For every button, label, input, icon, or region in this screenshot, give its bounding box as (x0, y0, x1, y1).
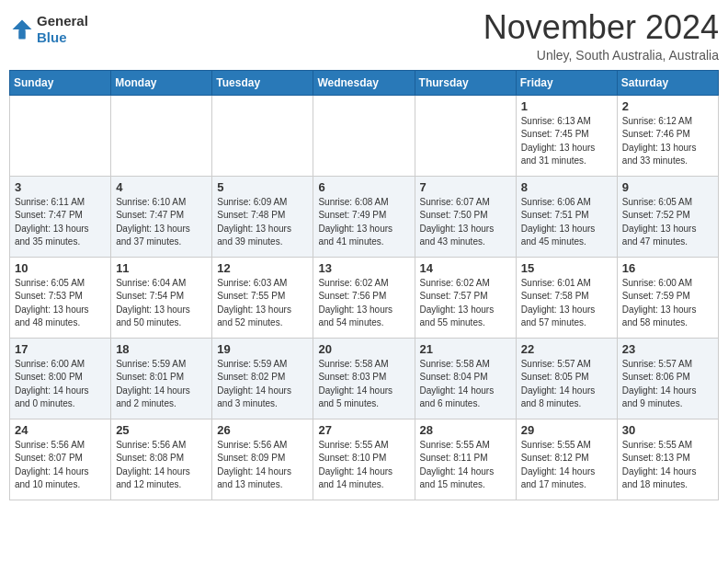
day-info: Sunrise: 5:56 AMSunset: 8:07 PMDaylight:… (15, 439, 106, 492)
day-info: Sunrise: 5:55 AMSunset: 8:10 PMDaylight:… (318, 439, 409, 492)
day-number: 9 (622, 180, 713, 194)
calendar-cell: 23Sunrise: 5:57 AMSunset: 8:06 PMDayligh… (617, 338, 718, 419)
weekday-header-saturday: Saturday (617, 70, 718, 95)
calendar-cell: 19Sunrise: 5:59 AMSunset: 8:02 PMDayligh… (212, 338, 313, 419)
weekday-header-friday: Friday (516, 70, 617, 95)
calendar-cell: 5Sunrise: 6:09 AMSunset: 7:48 PMDaylight… (212, 176, 313, 257)
month-title: November 2024 (483, 9, 719, 46)
day-number: 7 (420, 180, 511, 194)
calendar-cell: 9Sunrise: 6:05 AMSunset: 7:52 PMDaylight… (617, 176, 718, 257)
day-info: Sunrise: 6:01 AMSunset: 7:58 PMDaylight:… (521, 277, 612, 330)
page-header: General Blue November 2024 Unley, South … (9, 9, 719, 63)
calendar-cell: 26Sunrise: 5:56 AMSunset: 8:09 PMDayligh… (212, 419, 313, 500)
day-number: 20 (318, 342, 409, 356)
day-info: Sunrise: 6:07 AMSunset: 7:50 PMDaylight:… (420, 196, 511, 249)
weekday-header-wednesday: Wednesday (313, 70, 415, 95)
day-info: Sunrise: 6:00 AMSunset: 8:00 PMDaylight:… (15, 358, 106, 411)
day-number: 26 (217, 423, 308, 437)
calendar-cell: 13Sunrise: 6:02 AMSunset: 7:56 PMDayligh… (313, 257, 415, 338)
day-number: 11 (116, 261, 207, 275)
calendar-cell: 24Sunrise: 5:56 AMSunset: 8:07 PMDayligh… (10, 419, 111, 500)
calendar-cell: 1Sunrise: 6:13 AMSunset: 7:45 PMDaylight… (516, 95, 617, 176)
day-info: Sunrise: 6:08 AMSunset: 7:49 PMDaylight:… (318, 196, 409, 249)
calendar-cell: 7Sunrise: 6:07 AMSunset: 7:50 PMDaylight… (415, 176, 516, 257)
calendar-cell: 20Sunrise: 5:58 AMSunset: 8:03 PMDayligh… (313, 338, 415, 419)
day-number: 3 (15, 180, 106, 194)
day-number: 24 (15, 423, 106, 437)
day-number: 13 (318, 261, 409, 275)
calendar-cell: 14Sunrise: 6:02 AMSunset: 7:57 PMDayligh… (415, 257, 516, 338)
day-info: Sunrise: 5:56 AMSunset: 8:08 PMDaylight:… (116, 439, 207, 492)
calendar-week-1: 1Sunrise: 6:13 AMSunset: 7:45 PMDaylight… (10, 95, 719, 176)
calendar-cell (415, 95, 516, 176)
day-number: 25 (116, 423, 207, 437)
day-number: 18 (116, 342, 207, 356)
day-info: Sunrise: 6:05 AMSunset: 7:53 PMDaylight:… (15, 277, 106, 330)
day-info: Sunrise: 6:13 AMSunset: 7:45 PMDaylight:… (521, 115, 612, 168)
calendar-cell: 10Sunrise: 6:05 AMSunset: 7:53 PMDayligh… (10, 257, 111, 338)
day-number: 8 (521, 180, 612, 194)
day-info: Sunrise: 6:05 AMSunset: 7:52 PMDaylight:… (622, 196, 713, 249)
day-info: Sunrise: 5:59 AMSunset: 8:02 PMDaylight:… (217, 358, 308, 411)
day-info: Sunrise: 5:58 AMSunset: 8:04 PMDaylight:… (420, 358, 511, 411)
weekday-header-monday: Monday (111, 70, 212, 95)
calendar-cell: 16Sunrise: 6:00 AMSunset: 7:59 PMDayligh… (617, 257, 718, 338)
day-number: 19 (217, 342, 308, 356)
calendar-cell (111, 95, 212, 176)
calendar-cell: 15Sunrise: 6:01 AMSunset: 7:58 PMDayligh… (516, 257, 617, 338)
calendar-cell: 4Sunrise: 6:10 AMSunset: 7:47 PMDaylight… (111, 176, 212, 257)
day-number: 2 (622, 99, 713, 113)
calendar-cell: 22Sunrise: 5:57 AMSunset: 8:05 PMDayligh… (516, 338, 617, 419)
day-number: 4 (116, 180, 207, 194)
day-number: 6 (318, 180, 409, 194)
calendar-cell: 29Sunrise: 5:55 AMSunset: 8:12 PMDayligh… (516, 419, 617, 500)
weekday-header-sunday: Sunday (10, 70, 111, 95)
day-info: Sunrise: 6:02 AMSunset: 7:57 PMDaylight:… (420, 277, 511, 330)
weekday-header-thursday: Thursday (415, 70, 516, 95)
weekday-header-tuesday: Tuesday (212, 70, 313, 95)
calendar-cell: 12Sunrise: 6:03 AMSunset: 7:55 PMDayligh… (212, 257, 313, 338)
calendar-cell: 6Sunrise: 6:08 AMSunset: 7:49 PMDaylight… (313, 176, 415, 257)
day-number: 23 (622, 342, 713, 356)
day-number: 1 (521, 99, 612, 113)
day-number: 27 (318, 423, 409, 437)
day-info: Sunrise: 5:55 AMSunset: 8:12 PMDaylight:… (521, 439, 612, 492)
day-number: 10 (15, 261, 106, 275)
day-info: Sunrise: 6:12 AMSunset: 7:46 PMDaylight:… (622, 115, 713, 168)
title-block: November 2024 Unley, South Australia, Au… (483, 9, 719, 63)
calendar-cell: 27Sunrise: 5:55 AMSunset: 8:10 PMDayligh… (313, 419, 415, 500)
calendar-cell: 25Sunrise: 5:56 AMSunset: 8:08 PMDayligh… (111, 419, 212, 500)
calendar-cell (10, 95, 111, 176)
day-info: Sunrise: 5:58 AMSunset: 8:03 PMDaylight:… (318, 358, 409, 411)
day-info: Sunrise: 6:04 AMSunset: 7:54 PMDaylight:… (116, 277, 207, 330)
day-number: 21 (420, 342, 511, 356)
day-info: Sunrise: 5:57 AMSunset: 8:06 PMDaylight:… (622, 358, 713, 411)
day-number: 5 (217, 180, 308, 194)
day-info: Sunrise: 6:00 AMSunset: 7:59 PMDaylight:… (622, 277, 713, 330)
calendar-cell: 30Sunrise: 5:55 AMSunset: 8:13 PMDayligh… (617, 419, 718, 500)
calendar-cell: 3Sunrise: 6:11 AMSunset: 7:47 PMDaylight… (10, 176, 111, 257)
day-number: 22 (521, 342, 612, 356)
calendar-table: SundayMondayTuesdayWednesdayThursdayFrid… (9, 70, 719, 500)
logo-text: General Blue (37, 13, 88, 46)
day-number: 14 (420, 261, 511, 275)
logo: General Blue (9, 13, 88, 46)
calendar-week-4: 17Sunrise: 6:00 AMSunset: 8:00 PMDayligh… (10, 338, 719, 419)
day-info: Sunrise: 5:55 AMSunset: 8:11 PMDaylight:… (420, 439, 511, 492)
day-info: Sunrise: 5:57 AMSunset: 8:05 PMDaylight:… (521, 358, 612, 411)
day-info: Sunrise: 6:11 AMSunset: 7:47 PMDaylight:… (15, 196, 106, 249)
location: Unley, South Australia, Australia (483, 48, 719, 63)
day-number: 12 (217, 261, 308, 275)
calendar-cell: 11Sunrise: 6:04 AMSunset: 7:54 PMDayligh… (111, 257, 212, 338)
day-info: Sunrise: 6:10 AMSunset: 7:47 PMDaylight:… (116, 196, 207, 249)
calendar-cell: 17Sunrise: 6:00 AMSunset: 8:00 PMDayligh… (10, 338, 111, 419)
calendar-cell (212, 95, 313, 176)
day-info: Sunrise: 6:02 AMSunset: 7:56 PMDaylight:… (318, 277, 409, 330)
day-number: 15 (521, 261, 612, 275)
logo-icon (9, 17, 35, 42)
day-info: Sunrise: 6:09 AMSunset: 7:48 PMDaylight:… (217, 196, 308, 249)
calendar-cell (313, 95, 415, 176)
day-info: Sunrise: 5:56 AMSunset: 8:09 PMDaylight:… (217, 439, 308, 492)
day-info: Sunrise: 6:03 AMSunset: 7:55 PMDaylight:… (217, 277, 308, 330)
day-info: Sunrise: 5:59 AMSunset: 8:01 PMDaylight:… (116, 358, 207, 411)
